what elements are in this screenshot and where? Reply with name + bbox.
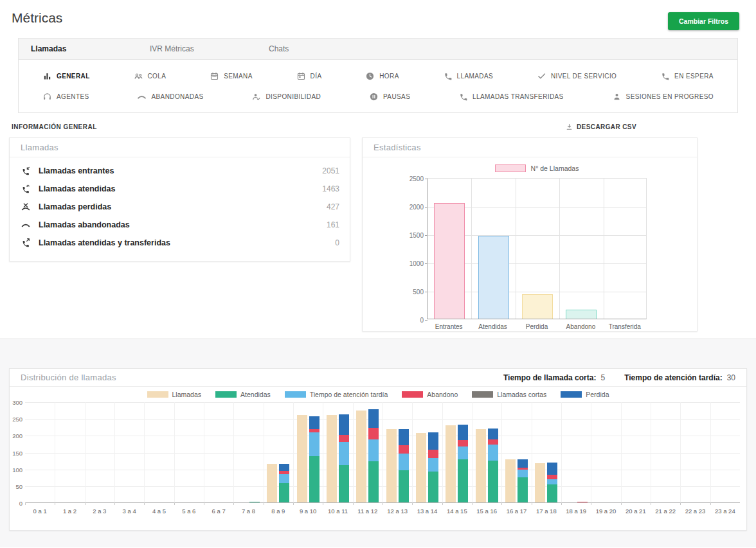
subnav-item-semana[interactable]: SEMANA <box>210 71 253 81</box>
segment-atendidas <box>279 483 289 502</box>
stats-bar-chart: 05001000150020002500 <box>427 178 647 319</box>
gridline <box>472 402 473 502</box>
x-tick <box>204 502 204 505</box>
distribution-chart-legend: LlamadasAtendidasTiempo de atención tard… <box>10 388 746 401</box>
subnav-item-hora[interactable]: HORA <box>365 71 399 81</box>
phone-icon <box>458 92 468 102</box>
bar-llamadas-15-a-16 <box>476 429 486 502</box>
late-attention-time-value: 30 <box>727 373 735 382</box>
segment-tiempo-de-atencion-tardia <box>518 470 528 477</box>
subnav-row-1: GENERALCOLASEMANADÍAHORALLAMADASNIVEL DE… <box>42 66 714 86</box>
y-tick <box>425 263 428 264</box>
x-tick <box>710 502 711 505</box>
clock-icon <box>365 71 375 81</box>
segment-perdida <box>309 416 320 430</box>
legend-item-llamadas[interactable]: Llamadas <box>147 391 202 398</box>
bar-llamadas-8-a-9 <box>267 464 277 502</box>
y-tick-label: 0 <box>19 500 22 507</box>
x-tick <box>532 502 532 505</box>
x-label-entrantes: Entrantes <box>435 323 463 330</box>
tab-chats[interactable]: Chats <box>256 44 375 53</box>
subnav-item-nivel-de-servicio[interactable]: NIVEL DE SERVICIO <box>537 71 616 81</box>
legend-item-tiempo-de-atencion-tardia[interactable]: Tiempo de atención tardía <box>285 391 388 398</box>
bar-llamadas-14-a-15 <box>446 425 456 502</box>
subnav-item-abandonadas[interactable]: ABANDONADAS <box>137 92 203 102</box>
legend-item-llamadas-cortas[interactable]: Llamadas cortas <box>472 391 546 398</box>
call-received-icon <box>20 166 32 176</box>
bar-chart-icon <box>42 71 52 81</box>
legend-label: Perdida <box>586 391 609 398</box>
stats-chart-legend[interactable]: N° de Llamadas <box>427 164 647 172</box>
call-metric-row-llamadas-abandonadas: Llamadas abandonadas161 <box>20 216 339 234</box>
legend-item-atendidas[interactable]: Atendidas <box>215 391 271 398</box>
legend-swatch <box>147 391 168 398</box>
subnav-item-label: AGENTES <box>57 93 89 100</box>
subnav-item-general[interactable]: GENERAL <box>42 71 90 81</box>
bar-atendidas <box>478 236 509 319</box>
gridline <box>651 402 651 502</box>
subnav-item-dia[interactable]: DÍA <box>296 71 322 81</box>
subnav-item-cola[interactable]: COLA <box>134 71 166 81</box>
x-label-9-a-10: 9 a 10 <box>300 508 316 515</box>
subnav-item-en-espera[interactable]: EN ESPERA <box>660 71 714 81</box>
x-label-19-a-20: 19 a 20 <box>596 508 616 515</box>
gridline <box>233 402 234 502</box>
call-metric-label: Llamadas atendidas <box>39 184 116 193</box>
x-label-17-a-18: 17 a 18 <box>536 508 557 515</box>
x-tick <box>472 502 473 505</box>
subnav-item-pausas[interactable]: PAUSAS <box>369 92 410 102</box>
pause-circle-icon <box>369 92 379 102</box>
x-label-8-a-9: 8 a 9 <box>271 508 285 515</box>
gridline <box>532 402 532 502</box>
legend-swatch <box>402 391 423 398</box>
tab-ivr-metricas[interactable]: IVR Métricas <box>138 44 256 53</box>
tab-llamadas[interactable]: Llamadas <box>19 44 138 53</box>
subnav-item-label: HORA <box>379 73 399 80</box>
gridline <box>516 179 516 319</box>
segment-atendidas <box>547 484 557 502</box>
stacked-bar-9-a-10 <box>309 416 320 502</box>
call-metric-label: Llamadas abandonadas <box>39 220 130 229</box>
y-tick-label: 300 <box>12 399 22 406</box>
x-label-23-a-24: 23 a 24 <box>715 508 735 515</box>
short-call-time-value: 5 <box>600 373 605 382</box>
x-label-3-a-4: 3 a 4 <box>123 508 136 515</box>
subnav-item-sesiones-en-progreso[interactable]: SESIONES EN PROGRESO <box>612 92 714 102</box>
x-label-10-a-11: 10 a 11 <box>328 508 348 515</box>
call-transferred-icon <box>20 238 32 248</box>
gridline <box>293 402 294 502</box>
x-label-0-a-1: 0 a 1 <box>33 508 47 515</box>
subnav-item-llamadas-transferidas[interactable]: LLAMADAS TRANSFERIDAS <box>458 92 564 102</box>
distribution-meta: Tiempo de llamada corta: 5 Tiempo de ate… <box>503 373 735 382</box>
call-metric-value: 2051 <box>322 166 339 175</box>
segment-tiempo-de-atencion-tardia <box>279 474 289 483</box>
legend-item-perdida[interactable]: Perdida <box>561 391 609 398</box>
x-tick <box>412 502 413 505</box>
call-missed-icon <box>20 202 32 212</box>
x-label-perdida: Perdida <box>526 323 548 330</box>
subnav-item-agentes[interactable]: AGENTES <box>42 92 89 102</box>
check-icon <box>537 71 546 81</box>
y-tick-label: 200 <box>12 432 22 439</box>
legend-item-abandono[interactable]: Abandono <box>402 391 458 398</box>
change-filters-button[interactable]: Cambiar Filtros <box>668 12 739 30</box>
y-tick-label: 1000 <box>410 260 424 267</box>
stacked-bar-18-a-19 <box>577 502 588 502</box>
subnav-item-label: DÍA <box>310 73 322 80</box>
legend-swatch <box>215 391 237 398</box>
page-header: Métricas Cambiar Filtros <box>0 0 756 35</box>
gridline <box>204 402 204 502</box>
y-tick <box>425 207 428 208</box>
call-metric-label: Llamadas entrantes <box>39 166 114 175</box>
bar-llamadas-12-a-13 <box>386 429 397 502</box>
subnav-item-disponibilidad[interactable]: DISPONIBILIDAD <box>251 92 321 102</box>
call-abandoned-icon <box>20 220 32 230</box>
segment-perdida <box>399 429 409 445</box>
segment-abandono <box>458 440 468 446</box>
subnav-item-llamadas[interactable]: LLAMADAS <box>443 71 494 81</box>
distribution-card-header: Distribución de llamadas Tiempo de llama… <box>10 369 746 387</box>
x-tick <box>293 502 294 505</box>
download-icon <box>565 123 573 131</box>
download-csv-button[interactable]: DESCARGAR CSV <box>565 123 636 131</box>
calendar-week-icon <box>210 71 219 81</box>
